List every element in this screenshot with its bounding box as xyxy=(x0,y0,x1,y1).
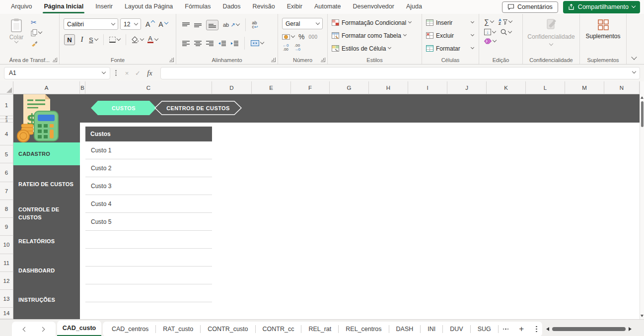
name-box-dropdown-icon[interactable] xyxy=(102,70,106,74)
menu-tab-ajuda[interactable]: Ajuda xyxy=(400,0,428,14)
column-header-g[interactable]: G xyxy=(330,81,369,94)
bold-button[interactable]: N xyxy=(64,34,75,45)
cancel-entry-button[interactable]: × xyxy=(122,69,133,77)
find-select-button[interactable] xyxy=(501,29,511,35)
next-sheet-icon[interactable] xyxy=(40,327,45,332)
align-middle-icon[interactable] xyxy=(194,22,202,28)
scroll-left-icon[interactable] xyxy=(546,327,549,331)
sidebar-item-controle-de-custos[interactable]: CONTROLE DE CUSTOS xyxy=(13,202,80,225)
addins-button[interactable]: Suplementos xyxy=(580,19,626,40)
column-header-k[interactable]: K xyxy=(487,81,526,94)
fill-color-button[interactable] xyxy=(132,36,143,43)
percent-style-button[interactable]: % xyxy=(298,33,304,41)
row-header-9[interactable]: 9 xyxy=(0,218,13,236)
nav-tab-custos[interactable]: CUSTOS xyxy=(91,101,156,115)
row-header-4[interactable]: 4 xyxy=(0,123,13,145)
menu-tab-automate[interactable]: Automate xyxy=(308,0,347,14)
shrink-font-button[interactable]: A xyxy=(158,20,167,28)
sidebar-item-rateio-de-custos[interactable]: RATEIO DE CUSTOS xyxy=(13,177,80,191)
formula-bar-expand-icon[interactable] xyxy=(632,69,636,73)
underline-button[interactable]: S xyxy=(89,36,98,44)
costs-table-row[interactable] xyxy=(85,267,212,284)
sheet-tab-sug[interactable]: SUG xyxy=(470,325,498,333)
menu-tab-exibir[interactable]: Exibir xyxy=(281,0,308,14)
cut-button[interactable]: ✂ xyxy=(31,19,37,26)
row-header-7[interactable]: 7 xyxy=(0,182,13,200)
sheet-tab-rat-custo[interactable]: RAT_custo xyxy=(155,325,200,333)
row-header-13[interactable]: 13 xyxy=(0,290,13,308)
merge-center-button[interactable] xyxy=(251,40,264,46)
decrease-decimal-button[interactable]: ←0.00 xyxy=(283,44,288,52)
column-header-c[interactable]: C xyxy=(85,81,212,94)
alignment-dialog-launcher[interactable] xyxy=(271,58,276,62)
costs-table-row[interactable]: Custo 3 xyxy=(85,177,212,195)
align-left-icon[interactable] xyxy=(182,40,190,47)
delete-cells-button[interactable]: Excluir xyxy=(426,31,479,40)
column-header-l[interactable]: L xyxy=(526,81,565,94)
format-cells-button[interactable]: Formatar xyxy=(426,44,479,53)
sheet-tab-duv[interactable]: DUV xyxy=(442,325,470,333)
collapse-ribbon-icon[interactable] xyxy=(631,54,637,60)
row-header-3[interactable]: 3 xyxy=(0,119,13,123)
clipboard-dialog-launcher[interactable] xyxy=(53,58,57,62)
horizontal-scrollbar[interactable] xyxy=(546,322,632,336)
column-header-f[interactable]: F xyxy=(291,81,330,94)
sheet-tab-dash[interactable]: DASH xyxy=(389,325,421,333)
share-dropdown-icon[interactable] xyxy=(632,4,636,8)
font-size-select[interactable]: 12 xyxy=(120,18,141,30)
sheet-tab-rel-rat[interactable]: REL_rat xyxy=(301,325,338,333)
sidebar-item-instrucoes[interactable]: INSTRUÇÕES xyxy=(13,293,80,307)
sidebar-item-cadastro[interactable]: CADASTRO xyxy=(13,142,80,165)
insert-cells-button[interactable]: Inserir xyxy=(426,18,479,27)
costs-table-row[interactable] xyxy=(85,284,212,302)
row-header-8[interactable]: 8 xyxy=(0,200,13,218)
sheet-tab-ini[interactable]: INI xyxy=(420,325,442,333)
row-header-12[interactable]: 12 xyxy=(0,272,13,290)
row-header-14[interactable]: 14 xyxy=(0,308,13,319)
vertical-scrollbar[interactable] xyxy=(640,81,644,319)
decrease-indent-icon[interactable] xyxy=(218,40,226,47)
select-all-corner[interactable] xyxy=(0,81,13,94)
column-header-i[interactable]: I xyxy=(408,81,447,94)
menu-tab-pagina-inicial[interactable]: Página Inicial xyxy=(38,0,89,14)
sheet-tab-contr-custo[interactable]: CONTR_custo xyxy=(200,325,255,333)
comma-style-button[interactable]: 000 xyxy=(308,34,317,40)
column-header-n[interactable]: N xyxy=(604,81,640,94)
nav-tab-centros-de-custos[interactable]: CENTROS DE CUSTOS xyxy=(154,101,242,115)
more-sheets-icon[interactable] xyxy=(498,325,513,333)
costs-table-row[interactable]: Custo 4 xyxy=(85,195,212,213)
wrap-text-button[interactable]: abc↩ xyxy=(252,21,258,29)
format-painter-button[interactable] xyxy=(31,40,38,47)
prev-sheet-icon[interactable] xyxy=(23,327,28,332)
costs-table-header[interactable]: Custos xyxy=(85,127,212,141)
confirm-entry-button[interactable]: ✓ xyxy=(133,69,143,77)
orientation-button[interactable]: ab↗ xyxy=(223,22,239,28)
scroll-right-icon[interactable] xyxy=(629,327,632,331)
number-dialog-launcher[interactable] xyxy=(321,58,325,62)
costs-table-row[interactable]: Custo 1 xyxy=(85,141,212,159)
align-center-icon[interactable] xyxy=(194,40,202,47)
sheet-tab-cad-centros[interactable]: CAD_centros xyxy=(105,325,155,333)
row-header-6[interactable]: 6 xyxy=(0,163,13,182)
copy-button[interactable] xyxy=(31,29,42,36)
menu-tab-arquivo[interactable]: Arquivo xyxy=(5,0,38,14)
comments-button[interactable]: Comentários xyxy=(502,1,558,13)
insert-function-button[interactable]: fx xyxy=(143,69,156,77)
align-top-icon[interactable] xyxy=(182,22,190,28)
font-name-select[interactable]: Calibri xyxy=(64,18,118,30)
font-dialog-launcher[interactable] xyxy=(169,58,174,62)
share-button[interactable]: Compartilhamento xyxy=(563,1,640,13)
name-box[interactable]: A1 xyxy=(4,67,110,79)
column-header-d[interactable]: D xyxy=(212,81,252,94)
column-header-m[interactable]: M xyxy=(565,81,604,94)
row-header-1[interactable]: 1 xyxy=(0,94,13,116)
menu-tab-layout[interactable]: Layout da Página xyxy=(119,0,179,14)
menu-tab-desenvolvedor[interactable]: Desenvolvedor xyxy=(347,0,400,14)
align-bottom-button-selected[interactable] xyxy=(206,20,218,30)
font-color-button[interactable]: A xyxy=(147,36,158,43)
menu-tab-inserir[interactable]: Inserir xyxy=(89,0,119,14)
row-header-5[interactable]: 5 xyxy=(0,145,13,163)
sidebar-item-dashboard[interactable]: DASHBOARD xyxy=(13,264,80,277)
sheet-tab-contr-cc[interactable]: CONTR_cc xyxy=(255,325,301,333)
sheet-options-icon[interactable] xyxy=(530,326,543,333)
